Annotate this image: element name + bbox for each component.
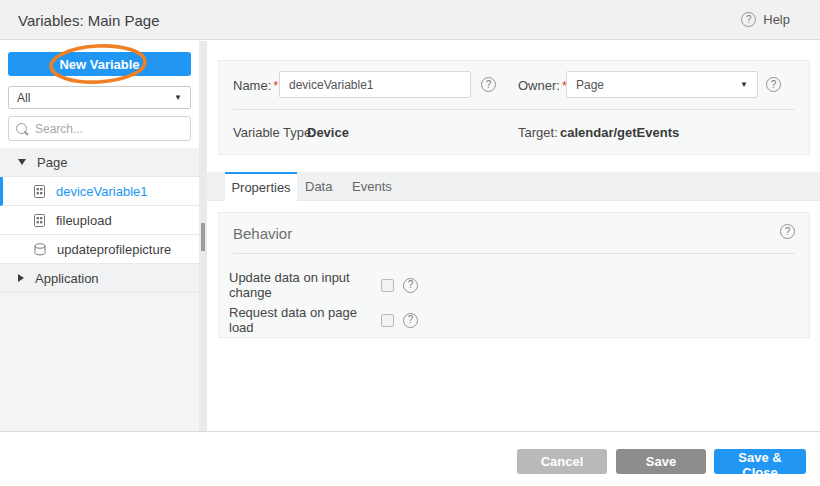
tree-item-label: deviceVariable1 (56, 184, 148, 199)
chevron-down-icon (18, 159, 26, 165)
option-label: Request data on page load (229, 305, 372, 335)
filter-selected-value: All (17, 91, 30, 105)
owner-selected-value: Page (576, 78, 604, 92)
device-variable-icon (34, 185, 45, 198)
behavior-help-icon[interactable]: ? (780, 224, 795, 239)
target-value: calendar/getEvents (560, 125, 679, 140)
chevron-down-icon: ▼ (174, 93, 182, 102)
target-label: Target: (518, 125, 558, 140)
behavior-section: Behavior ? Update data on input change ?… (218, 212, 810, 338)
tree-item-updateprofilepicture[interactable]: updateprofilepicture (0, 235, 199, 264)
option-row-request-data: Request data on page load ? (229, 305, 418, 335)
save-and-close-button[interactable]: Save & Close (714, 449, 806, 474)
behavior-section-title: Behavior (233, 225, 292, 242)
cancel-button[interactable]: Cancel (517, 449, 607, 474)
variable-summary-form: Name:* ? Owner:* Page ▼ ? Variable Type:… (218, 60, 810, 155)
request-data-on-page-load-checkbox[interactable] (381, 314, 394, 327)
option-help-icon[interactable]: ? (403, 313, 418, 328)
option-help-icon[interactable]: ? (403, 278, 418, 293)
variable-filter-dropdown[interactable]: All ▼ (8, 86, 191, 109)
chevron-down-icon: ▼ (740, 80, 748, 89)
owner-label: Owner:* (518, 78, 567, 93)
tree-item-fileupload[interactable]: fileupload (0, 206, 199, 235)
tree-group-label: Application (35, 271, 99, 286)
tree-item-label: fileupload (56, 213, 112, 228)
form-divider (233, 109, 795, 110)
tab-properties[interactable]: Properties (225, 172, 297, 201)
new-variable-button[interactable]: New Variable (8, 52, 191, 76)
name-label: Name:* (233, 78, 278, 93)
name-field[interactable] (279, 71, 471, 98)
variable-type-label: Variable Type: (233, 125, 315, 140)
name-help-icon[interactable]: ? (481, 77, 496, 92)
option-row-update-data: Update data on input change ? (229, 270, 418, 300)
chevron-right-icon (18, 274, 24, 282)
variable-type-value: Device (307, 125, 349, 140)
variable-detail-panel: Name:* ? Owner:* Page ▼ ? Variable Type:… (207, 41, 820, 431)
device-variable-icon (34, 214, 45, 227)
help-label: Help (763, 12, 790, 27)
sidebar-empty-area (0, 293, 199, 431)
tab-data[interactable]: Data (305, 172, 332, 201)
tree-group-label: Page (37, 155, 67, 170)
search-icon (16, 123, 27, 134)
search-box (8, 116, 191, 141)
required-marker: * (273, 78, 278, 93)
dialog-footer: Cancel Save Save & Close (0, 431, 820, 486)
save-button[interactable]: Save (616, 449, 706, 474)
sidebar-scrollbar-thumb[interactable] (201, 223, 205, 251)
tree-item-label: updateprofilepicture (57, 242, 171, 257)
dialog-header: Variables: Main Page ? Help (0, 0, 820, 40)
help-link[interactable]: ? Help (741, 12, 790, 27)
owner-help-icon[interactable]: ? (766, 77, 781, 92)
help-question-icon: ? (741, 12, 756, 27)
tab-events[interactable]: Events (352, 172, 392, 201)
page-title: Variables: Main Page (18, 12, 159, 29)
tree-group-application[interactable]: Application (0, 264, 199, 293)
behavior-divider (233, 253, 795, 254)
variables-tree: Page deviceVariable1 fileupload updatepr… (0, 148, 199, 293)
tree-group-page[interactable]: Page (0, 148, 199, 177)
search-input[interactable] (33, 121, 183, 137)
option-label: Update data on input change (229, 270, 372, 300)
variables-dialog: Variables: Main Page ? Help New Variable… (0, 0, 820, 486)
variables-sidebar: New Variable All ▼ Page deviceVariable1 (0, 41, 199, 431)
tree-item-devicevariable1[interactable]: deviceVariable1 (0, 177, 199, 206)
sidebar-scrollbar-track (199, 41, 207, 431)
owner-select[interactable]: Page ▼ (566, 71, 758, 98)
service-variable-icon (34, 243, 46, 256)
tab-bar: Properties Data Events (207, 172, 820, 201)
update-data-on-input-change-checkbox[interactable] (381, 279, 394, 292)
